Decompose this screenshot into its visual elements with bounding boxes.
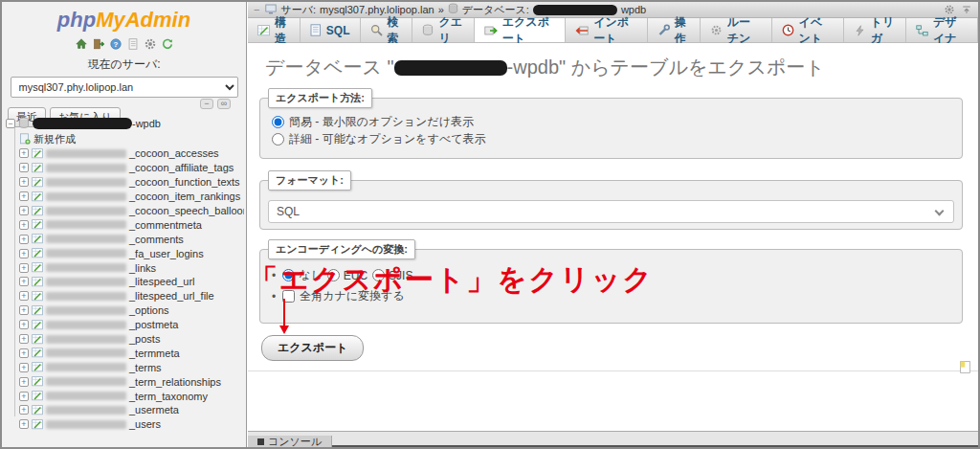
logo-php-text: php [57, 8, 96, 32]
expand-table-icon[interactable]: + [19, 348, 29, 358]
expand-table-icon[interactable]: + [19, 263, 29, 273]
table-icon [32, 391, 43, 401]
table-icon [32, 320, 43, 330]
table-row[interactable]: + _cocoon_accesses [6, 146, 244, 161]
expand-table-icon[interactable]: + [19, 277, 29, 286]
expand-table-icon[interactable]: + [19, 291, 29, 301]
tab-search[interactable]: 検索 [361, 18, 413, 42]
table-row[interactable]: + _cocoon_affiliate_tags [6, 161, 244, 175]
phpmyadmin-logo: phpMyAdmin [2, 2, 246, 33]
expand-table-icon[interactable]: + [19, 177, 29, 187]
kana-convert-checkbox[interactable] [282, 290, 295, 303]
table-name: _fa_user_logins [129, 248, 204, 259]
table-row[interactable]: + _links [6, 260, 244, 275]
table-row[interactable]: + _cocoon_speech_balloons [6, 204, 244, 218]
tab-label: クエリ [438, 14, 463, 47]
console-bar: コンソール [248, 431, 978, 447]
table-row[interactable]: + _term_taxonomy [6, 389, 244, 403]
expand-table-icon[interactable]: + [19, 392, 29, 401]
tab-export[interactable]: エクスポート [475, 18, 566, 42]
docs-icon[interactable] [126, 37, 140, 51]
tab-operations[interactable]: 操作 [648, 18, 701, 42]
encoding-sjis-option[interactable]: SJIS [372, 269, 412, 282]
breadcrumb-server-value[interactable]: mysql307.phy.lolipop.lan [320, 4, 434, 15]
search-icon [370, 24, 383, 36]
expand-table-icon[interactable]: + [19, 405, 29, 415]
tab-label: デザイナ [933, 14, 968, 47]
expand-table-icon[interactable]: + [19, 377, 29, 387]
settings-icon[interactable] [144, 37, 157, 51]
expand-table-icon[interactable]: + [19, 191, 29, 201]
encoding-euc-radio[interactable] [327, 269, 340, 281]
expand-table-icon[interactable]: + [19, 235, 29, 244]
table-row[interactable]: + _cocoon_item_rankings [6, 190, 244, 204]
tab-routines[interactable]: ルーチン [701, 18, 772, 42]
collapse-all-icon[interactable]: − [200, 99, 213, 109]
custom-export-option[interactable]: 詳細 - 可能なオプションをすべて表示 [272, 131, 485, 147]
expand-table-icon[interactable]: + [19, 305, 29, 315]
tab-triggers[interactable]: トリガ [844, 18, 906, 42]
blurred-table-prefix [46, 220, 126, 229]
expand-table-icon[interactable]: + [19, 249, 29, 258]
table-row[interactable]: + _term_relationships [6, 374, 244, 389]
tab-import[interactable]: インポート [566, 18, 648, 42]
export-button[interactable]: エクスポート [261, 335, 364, 361]
encoding-euc-option[interactable]: EUC [327, 269, 368, 282]
table-row[interactable]: + _users [6, 417, 244, 432]
expand-table-icon[interactable]: + [19, 163, 29, 172]
table-row[interactable]: + _commentmeta [6, 217, 244, 232]
panel-resize-handle[interactable]: − [254, 4, 259, 15]
page-settings-icon[interactable] [960, 361, 970, 373]
table-row[interactable]: + _termmeta [6, 346, 244, 360]
table-row[interactable]: + _terms [6, 360, 244, 374]
expand-table-icon[interactable]: + [19, 334, 29, 344]
expand-table-icon[interactable]: + [19, 363, 29, 372]
table-row[interactable]: + _litespeed_url_file [6, 289, 244, 303]
table-row[interactable]: + _usermeta [6, 403, 244, 417]
quick-export-option[interactable]: 簡易 - 最小限のオプションだけ表示 [272, 114, 474, 130]
new-table-item[interactable]: 新規作成 [6, 131, 244, 146]
routines-icon [710, 24, 723, 36]
collapse-node-icon[interactable]: − [6, 119, 15, 128]
expand-table-icon[interactable]: + [19, 148, 29, 158]
table-row[interactable]: + _cocoon_function_texts [6, 175, 244, 190]
expand-table-icon[interactable]: + [19, 320, 29, 329]
events-icon [782, 24, 794, 36]
table-row[interactable]: + _posts [6, 332, 244, 347]
kana-convert-option[interactable]: 全角カナに変換する [282, 288, 404, 304]
tab-label: イベント [799, 14, 834, 47]
expand-table-icon[interactable]: + [19, 220, 29, 230]
expand-table-icon[interactable]: + [19, 419, 29, 429]
table-row[interactable]: + _comments [6, 232, 244, 246]
blurred-table-prefix [46, 207, 126, 215]
tab-label: 構造 [275, 14, 290, 47]
server-select[interactable]: mysql307.phy.lolipop.lan [11, 77, 238, 98]
logout-icon[interactable] [92, 37, 105, 51]
table-row[interactable]: + _options [6, 303, 244, 318]
home-icon[interactable] [75, 37, 88, 51]
table-name: _cocoon_affiliate_tags [129, 162, 234, 173]
encoding-none-option[interactable]: なし [282, 267, 323, 283]
tab-sql[interactable]: SQL [301, 18, 361, 42]
table-row[interactable]: + _fa_user_logins [6, 246, 244, 260]
encoding-sjis-radio[interactable] [372, 269, 385, 281]
console-toggle[interactable]: コンソール [248, 436, 332, 449]
table-row[interactable]: + _litespeed_url [6, 275, 244, 289]
custom-export-label: 詳細 - 可能なオプションをすべて表示 [289, 131, 485, 147]
tab-structure[interactable]: 構造 [248, 18, 301, 42]
tab-events[interactable]: イベント [772, 18, 844, 42]
quick-export-radio[interactable] [272, 116, 284, 128]
table-row[interactable]: + _postmeta [6, 318, 244, 332]
database-node[interactable]: − -wpdb [6, 115, 244, 131]
tab-query[interactable]: クエリ [412, 18, 474, 42]
format-select[interactable]: SQL [268, 200, 954, 223]
tab-designer[interactable]: デザイナ [906, 18, 978, 42]
link-panel-icon[interactable]: ∞ [217, 99, 231, 109]
table-name: _posts [129, 333, 160, 345]
table-name: _links [129, 262, 156, 274]
expand-table-icon[interactable]: + [19, 206, 29, 215]
custom-export-radio[interactable] [272, 133, 284, 146]
info-icon[interactable]: ? [109, 37, 122, 51]
refresh-icon[interactable] [161, 37, 174, 51]
encoding-none-radio[interactable] [282, 269, 295, 281]
